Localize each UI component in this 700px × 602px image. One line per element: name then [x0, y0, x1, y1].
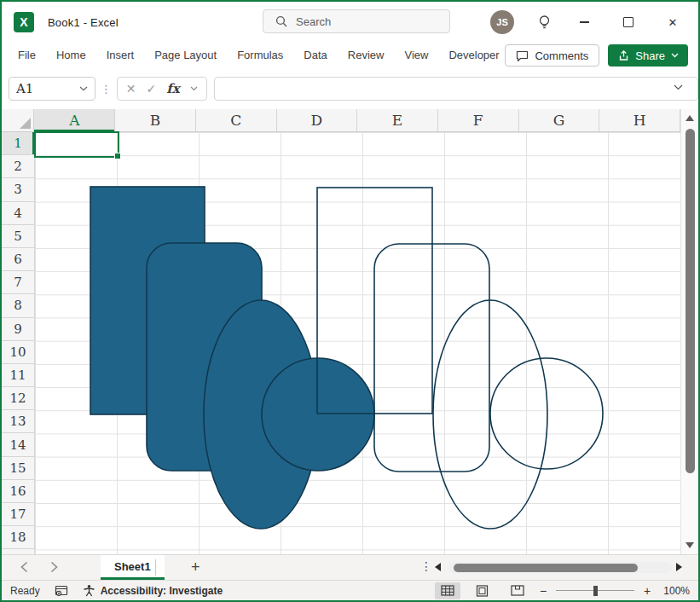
- insert-function-icon[interactable]: fx: [166, 81, 179, 96]
- row-header-15[interactable]: 15: [2, 457, 34, 480]
- page-break-preview-icon: [511, 585, 524, 596]
- row-header-3[interactable]: 3: [2, 178, 34, 201]
- share-button[interactable]: Share: [608, 44, 688, 67]
- row-header-10[interactable]: 10: [2, 341, 34, 364]
- sheet-tab-bar: Sheet1 + ⋮: [2, 554, 698, 580]
- column-header-A[interactable]: A: [34, 109, 115, 131]
- normal-view-icon: [441, 585, 454, 596]
- row-header-12[interactable]: 12: [2, 387, 34, 410]
- row-header-13[interactable]: 13: [2, 410, 34, 433]
- search-icon: [275, 15, 287, 27]
- window-title: Book1 - Excel: [48, 16, 119, 29]
- formula-bar-expand-icon[interactable]: [674, 84, 683, 90]
- zoom-out-button[interactable]: −: [540, 584, 547, 598]
- enter-icon[interactable]: ✓: [147, 82, 157, 96]
- search-box[interactable]: Search: [263, 9, 450, 33]
- excel-logo-icon[interactable]: X: [14, 12, 34, 32]
- fill-handle[interactable]: [114, 153, 121, 159]
- scroll-right-icon[interactable]: [676, 563, 682, 571]
- row-header-16[interactable]: 16: [2, 480, 34, 503]
- comments-button[interactable]: Comments: [505, 44, 599, 67]
- scroll-left-icon[interactable]: [435, 563, 441, 571]
- tab-formulas[interactable]: Formulas: [227, 43, 293, 68]
- row-header-11[interactable]: 11: [2, 364, 34, 387]
- zoom-in-button[interactable]: +: [644, 584, 651, 598]
- row-header-14[interactable]: 14: [2, 433, 34, 456]
- row-header-7[interactable]: 7: [2, 271, 34, 294]
- vertical-scrollbar[interactable]: [680, 109, 698, 554]
- excel-window: X Book1 - Excel Search JS ✕: [0, 0, 700, 602]
- close-icon: ✕: [668, 16, 678, 29]
- page-break-preview-button[interactable]: [505, 582, 530, 599]
- kebab-icon[interactable]: ⋮: [101, 83, 112, 96]
- previous-sheet-icon[interactable]: [20, 561, 28, 573]
- status-bar: Ready Accessibility: Investigate: [2, 580, 698, 600]
- horizontal-scrollbar-thumb[interactable]: [454, 564, 638, 572]
- column-header-F[interactable]: F: [438, 109, 519, 131]
- name-box[interactable]: A1: [9, 77, 95, 101]
- row-header-1[interactable]: 1: [2, 132, 34, 155]
- zoom-slider[interactable]: [556, 585, 634, 597]
- avatar[interactable]: JS: [490, 10, 514, 34]
- tab-home[interactable]: Home: [46, 43, 96, 68]
- column-header-B[interactable]: B: [115, 109, 196, 131]
- horizontal-scrollbar[interactable]: [448, 562, 672, 573]
- row-header-17[interactable]: 17: [2, 503, 34, 526]
- tab-page-layout[interactable]: Page Layout: [144, 43, 227, 68]
- tab-data[interactable]: Data: [293, 43, 337, 68]
- lightbulb-button[interactable]: [529, 14, 558, 30]
- chevron-down-icon[interactable]: [190, 86, 198, 91]
- row-header-8[interactable]: 8: [2, 294, 34, 317]
- tab-view[interactable]: View: [394, 43, 438, 68]
- minimize-button[interactable]: [565, 5, 603, 39]
- column-header-E[interactable]: E: [357, 109, 438, 131]
- titlebar: X Book1 - Excel Search JS ✕: [2, 2, 698, 43]
- column-header-D[interactable]: D: [277, 109, 358, 131]
- normal-view-button[interactable]: [435, 582, 460, 599]
- search-placeholder: Search: [296, 15, 331, 28]
- vertical-scrollbar-thumb[interactable]: [686, 129, 695, 473]
- accessibility-status[interactable]: Accessibility: Investigate: [83, 584, 223, 597]
- minimize-icon: [580, 21, 589, 22]
- column-header-G[interactable]: G: [519, 109, 600, 131]
- tab-review[interactable]: Review: [338, 43, 395, 68]
- name-box-value: A1: [16, 81, 33, 96]
- new-sheet-button[interactable]: +: [186, 555, 205, 580]
- column-header-C[interactable]: C: [196, 109, 277, 131]
- row-header-2[interactable]: 2: [2, 155, 34, 178]
- close-button[interactable]: ✕: [654, 5, 691, 39]
- row-header-4[interactable]: 4: [2, 202, 34, 225]
- row-header-5[interactable]: 5: [2, 225, 34, 248]
- row-header-18[interactable]: 18: [2, 526, 34, 549]
- select-all-triangle-icon: [20, 118, 31, 129]
- row-header-6[interactable]: 6: [2, 248, 34, 271]
- column-header-H[interactable]: H: [599, 109, 680, 131]
- tab-file[interactable]: File: [8, 43, 46, 68]
- worksheet[interactable]: ABCDEFGH 12345678910111213141516171819: [2, 109, 680, 554]
- sheet-tab-label: Sheet1: [114, 560, 151, 573]
- macro-record-icon[interactable]: [55, 585, 68, 597]
- zoom-percentage[interactable]: 100%: [663, 585, 690, 597]
- page-layout-view-button[interactable]: [470, 582, 495, 599]
- page-layout-view-icon: [476, 585, 489, 597]
- lightbulb-icon: [537, 14, 552, 30]
- maximize-button[interactable]: [610, 5, 647, 39]
- tab-divider: [155, 559, 156, 576]
- cancel-icon[interactable]: ✕: [126, 82, 136, 96]
- scroll-up-icon[interactable]: [686, 115, 694, 121]
- select-all-button[interactable]: [2, 109, 34, 131]
- scroll-down-icon[interactable]: [686, 542, 694, 548]
- next-sheet-icon[interactable]: [50, 561, 58, 573]
- formula-input[interactable]: [214, 77, 698, 101]
- cell-area[interactable]: [35, 132, 680, 554]
- splitter-kebab-icon[interactable]: ⋮: [420, 559, 432, 573]
- comment-icon: [516, 50, 529, 61]
- chevron-down-icon: [671, 53, 679, 58]
- active-cell-selection[interactable]: [34, 131, 119, 158]
- zoom-slider-thumb[interactable]: [593, 586, 598, 596]
- tab-developer[interactable]: Developer: [438, 43, 509, 68]
- tab-insert[interactable]: Insert: [96, 43, 145, 68]
- ready-status: Ready: [10, 585, 40, 597]
- ribbon-tab-row: FileHomeInsertPage LayoutFormulasDataRev…: [2, 43, 698, 68]
- row-header-9[interactable]: 9: [2, 318, 34, 341]
